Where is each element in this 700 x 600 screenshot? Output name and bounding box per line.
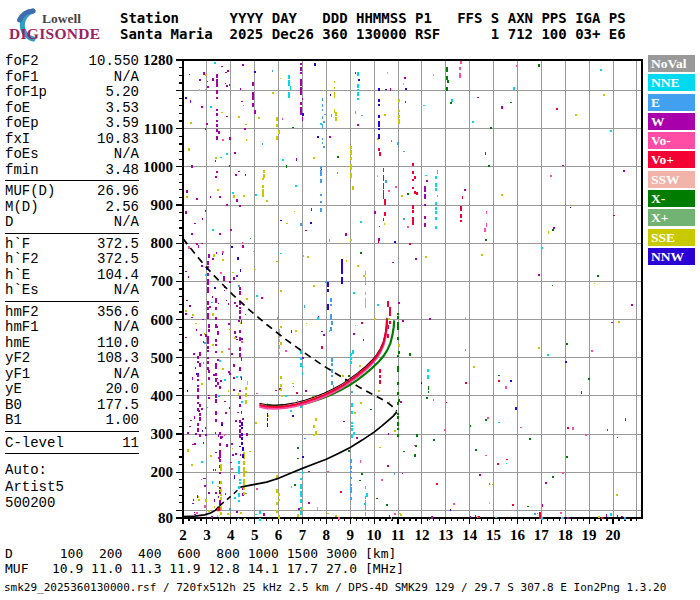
svg-text:8: 8 xyxy=(323,527,331,543)
svg-text:4: 4 xyxy=(227,527,235,543)
svg-text:16: 16 xyxy=(510,527,526,543)
svg-text:1000: 1000 xyxy=(143,159,173,175)
svg-text:17: 17 xyxy=(534,527,550,543)
legend-item-nne: NNE xyxy=(648,74,695,91)
svg-text:200: 200 xyxy=(151,464,174,480)
svg-text:700: 700 xyxy=(151,273,174,289)
legend-item-vo: Vo+ xyxy=(648,151,695,168)
svg-text:12: 12 xyxy=(414,527,429,543)
legend-item-nnw: NNW xyxy=(648,248,695,265)
echo-direction-legend: NoValNNEEWVo-Vo+SSWX-X+SSENNW xyxy=(648,55,695,267)
legend-item-x: X- xyxy=(648,190,695,207)
svg-text:2: 2 xyxy=(179,527,187,543)
svg-text:7: 7 xyxy=(299,527,307,543)
svg-text:600: 600 xyxy=(151,312,174,328)
svg-text:18: 18 xyxy=(558,527,573,543)
svg-text:900: 900 xyxy=(151,197,174,213)
svg-text:3: 3 xyxy=(203,527,211,543)
muf-row: MUF 10.9 11.0 11.3 11.9 12.8 14.1 17.7 2… xyxy=(5,561,404,576)
svg-text:80: 80 xyxy=(158,510,173,526)
ionogram-app: Lowell DIGISONDE Station YYYY DAY DDD HH… xyxy=(0,0,700,600)
svg-text:6: 6 xyxy=(275,527,283,543)
legend-item-e: E xyxy=(648,94,695,111)
svg-text:1100: 1100 xyxy=(144,121,173,137)
svg-text:5: 5 xyxy=(251,527,259,543)
svg-text:800: 800 xyxy=(151,235,174,251)
svg-text:9: 9 xyxy=(346,527,354,543)
legend-item-noval: NoVal xyxy=(648,55,695,72)
svg-text:400: 400 xyxy=(151,388,174,404)
svg-text:500: 500 xyxy=(151,350,174,366)
svg-text:11: 11 xyxy=(391,527,405,543)
svg-text:10: 10 xyxy=(367,527,382,543)
status-bar: smk29_2025360130000.rsf / 720fx512h 25 k… xyxy=(4,581,666,594)
legend-item-x: X+ xyxy=(648,209,695,226)
ionogram-plot: 1280110010009008007006005004003002008023… xyxy=(0,0,700,600)
svg-text:300: 300 xyxy=(151,426,174,442)
svg-text:20: 20 xyxy=(606,527,621,543)
svg-text:14: 14 xyxy=(462,527,478,543)
legend-item-w: W xyxy=(648,113,695,130)
legend-item-vo: Vo- xyxy=(648,132,695,149)
svg-text:1280: 1280 xyxy=(143,52,173,68)
legend-item-ssw: SSW xyxy=(648,171,695,188)
svg-text:19: 19 xyxy=(582,527,597,543)
legend-item-sse: SSE xyxy=(648,229,695,246)
distance-row: D 100 200 400 600 800 1000 1500 3000 [km… xyxy=(5,546,396,561)
svg-text:15: 15 xyxy=(486,527,501,543)
svg-text:13: 13 xyxy=(438,527,453,543)
